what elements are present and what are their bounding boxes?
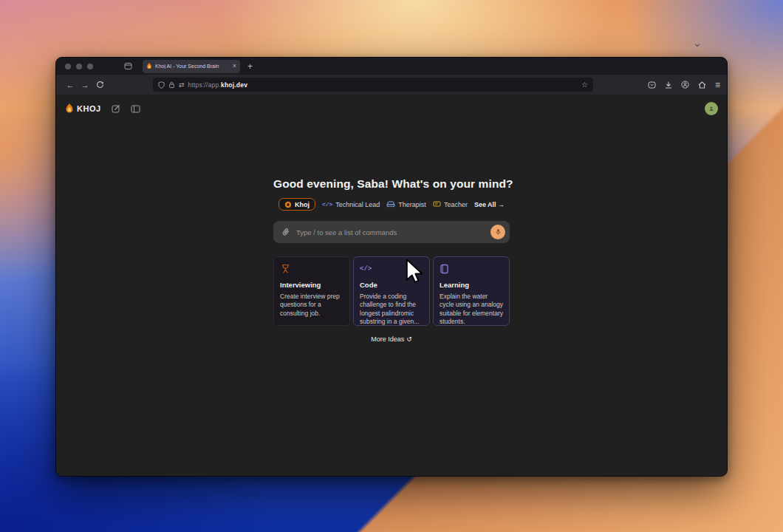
firefox-view-icon[interactable] [124, 62, 132, 70]
lock-icon[interactable] [168, 81, 175, 89]
chevron-down-icon[interactable]: ⌄ [693, 37, 702, 49]
greeting-heading: Good evening, Saba! What's on your mind? [273, 177, 510, 191]
code-brackets-icon: </> [322, 201, 332, 208]
url-scheme: https://app. [188, 81, 221, 89]
presentation-easel-icon [280, 264, 343, 274]
refresh-icon: ↺ [406, 335, 412, 343]
agent-pill-label: Teacher [444, 201, 468, 208]
agent-pill-label: Khoj [295, 201, 310, 208]
new-chat-icon[interactable] [112, 104, 120, 113]
card-description: Create interview prep questions for a co… [280, 293, 343, 318]
agent-pill-technical-lead[interactable]: </> Technical Lead [322, 201, 380, 208]
tab-title: Khoj AI - Your Second Brain [155, 64, 230, 69]
card-description: Provide a coding challenge to find the l… [360, 293, 423, 326]
agent-pill-label: Therapist [398, 201, 426, 208]
flame-logo-icon [65, 103, 74, 114]
traffic-lights [65, 64, 93, 69]
voice-mic-button[interactable] [490, 225, 505, 239]
url-domain: khoj.dev [221, 81, 247, 89]
card-interviewing[interactable]: Interviewing Create interview prep quest… [273, 256, 350, 326]
chat-input[interactable] [296, 228, 485, 236]
card-description: Explain the water cycle using an analogy… [440, 293, 503, 326]
menu-icon[interactable]: ≡ [715, 80, 720, 90]
downloads-icon[interactable] [665, 81, 672, 89]
more-ideas-button[interactable]: More Ideas ↺ [273, 335, 510, 343]
more-ideas-label: More Ideas [371, 335, 404, 343]
browser-toolbar: ← → ⇄ https://app.khoj.dev ☆ [56, 75, 727, 95]
back-button[interactable]: ← [63, 81, 78, 89]
main-column: Good evening, Saba! What's on your mind?… [273, 177, 510, 343]
shield-icon[interactable] [158, 81, 165, 89]
reload-button[interactable] [92, 81, 107, 89]
chat-input-bar[interactable] [273, 221, 510, 243]
khoj-agent-icon [284, 201, 292, 208]
couch-icon [386, 201, 395, 208]
khoj-page: KHOJ Good evening, Saba! What's on your … [56, 95, 727, 477]
agent-pill-therapist[interactable]: Therapist [386, 201, 426, 208]
zoom-window-button[interactable] [87, 64, 93, 69]
account-icon[interactable] [681, 81, 689, 89]
forward-button[interactable]: → [78, 81, 92, 89]
browser-tab[interactable]: Khoj AI - Your Second Brain × [143, 60, 240, 73]
tab-close-icon[interactable]: × [233, 63, 236, 69]
book-icon [440, 264, 503, 274]
see-all-link[interactable]: See All → [474, 201, 505, 208]
sidebar-toggle-icon[interactable] [131, 105, 140, 113]
minimize-window-button[interactable] [76, 64, 82, 69]
tab-bar: Khoj AI - Your Second Brain × + [56, 58, 727, 75]
agent-pill-khoj[interactable]: Khoj [278, 198, 315, 211]
toolbar-right-icons: ≡ [648, 80, 720, 90]
app-header: KHOJ [56, 95, 727, 116]
agent-pill-label: Technical Lead [335, 201, 380, 208]
card-learning[interactable]: Learning Explain the water cycle using a… [433, 256, 510, 326]
browser-window: Khoj AI - Your Second Brain × + ← → ⇄ ht… [55, 57, 728, 477]
pocket-icon[interactable] [648, 81, 656, 89]
blackboard-icon [433, 201, 441, 208]
url-bar[interactable]: ⇄ https://app.khoj.dev ☆ [153, 78, 593, 92]
khoj-logo[interactable]: KHOJ [65, 103, 101, 114]
card-title: Learning [440, 281, 503, 289]
logo-text: KHOJ [77, 104, 101, 113]
swap-arrows-icon[interactable]: ⇄ [179, 81, 185, 89]
user-avatar[interactable] [705, 102, 718, 115]
card-title: Interviewing [280, 281, 343, 289]
bookmark-star-icon[interactable]: ☆ [581, 81, 588, 89]
agent-pills: Khoj </> Technical Lead Therapist [273, 198, 510, 211]
attach-paperclip-icon[interactable] [281, 228, 290, 237]
new-tab-button[interactable]: + [247, 62, 253, 71]
desktop-wallpaper: ⌄ Khoj AI - Your Second Brain × + [0, 0, 783, 532]
suggestion-cards: Interviewing Create interview prep quest… [273, 256, 510, 326]
home-icon[interactable] [698, 81, 706, 89]
close-window-button[interactable] [65, 64, 71, 69]
agent-pill-teacher[interactable]: Teacher [433, 201, 468, 208]
url-text[interactable]: https://app.khoj.dev [188, 81, 578, 89]
tab-favicon-icon [146, 63, 152, 69]
mouse-cursor [405, 259, 425, 285]
